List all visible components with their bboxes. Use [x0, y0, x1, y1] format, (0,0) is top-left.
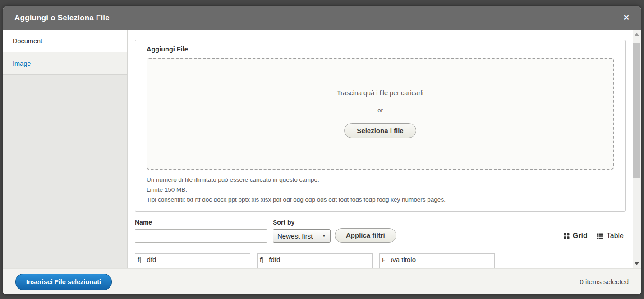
view-toggles: Grid Table [564, 232, 626, 243]
media-item-card[interactable]: Prova titolo [379, 253, 495, 268]
insert-selected-button[interactable]: Inserisci File selezionati [15, 274, 112, 290]
dropzone-instruction: Trascina quà i file per caricarli [337, 89, 423, 97]
table-list-icon [597, 233, 603, 239]
modal-title: Aggiungi o Seleziona File [14, 14, 110, 23]
sort-by-label: Sort by [273, 219, 331, 226]
table-view-toggle[interactable]: Table [597, 232, 624, 240]
media-item-card[interactable]: fdfffdfd [257, 253, 373, 268]
upload-field-label: Aggiungi File [147, 46, 614, 53]
scrollbar-thumb[interactable] [633, 43, 640, 178]
apply-filters-button[interactable]: Applica filtri [335, 228, 396, 243]
upload-field-container: Aggiungi File Trascina quà i file per ca… [135, 40, 626, 212]
vertical-scrollbar[interactable] [633, 30, 641, 268]
grid-icon [564, 233, 570, 239]
dropzone-or-text: or [377, 107, 383, 114]
close-icon[interactable]: ✕ [623, 14, 630, 22]
scroll-down-arrow-icon[interactable] [633, 260, 641, 267]
grid-view-toggle[interactable]: Grid [564, 232, 588, 240]
media-item-checkbox[interactable] [385, 257, 391, 263]
sort-by-select[interactable]: Newest first ▼ [273, 229, 331, 243]
name-filter-group: Name [135, 219, 267, 243]
table-toggle-label: Table [607, 232, 624, 240]
filters-row: Name Sort by Newest first ▼ Applica filt… [135, 219, 626, 243]
media-library-modal: Aggiungi o Seleziona File ✕ Document Ima… [3, 6, 641, 294]
file-dropzone[interactable]: Trascina quà i file per caricarli or Sel… [147, 58, 614, 170]
upload-help-text: Un numero di file illimitato può essere … [147, 175, 614, 205]
grid-toggle-label: Grid [573, 232, 588, 240]
modal-header: Aggiungi o Seleziona File ✕ [3, 6, 641, 30]
selection-status: 0 items selected [580, 278, 629, 285]
main-content: Aggiungi File Trascina quà i file per ca… [128, 30, 633, 268]
sidebar-item-image[interactable]: Image [3, 52, 127, 75]
sidebar-item-label: Image [13, 60, 31, 67]
help-line-limit: Limite 150 MB. [147, 185, 614, 195]
help-line-unlimited: Un numero di file illimitato può essere … [147, 175, 614, 185]
media-grid: fdffdfd fdfffdfd Prova titolo [135, 253, 626, 268]
select-files-button[interactable]: Seleziona i file [344, 123, 416, 138]
modal-footer: Inserisci File selezionati 0 items selec… [3, 268, 641, 294]
media-item-checkbox[interactable] [262, 257, 269, 263]
scroll-up-arrow-icon[interactable] [633, 31, 641, 38]
help-line-types: Tipi consentiti: txt rtf doc docx ppt pp… [147, 195, 614, 205]
sort-filter-group: Sort by Newest first ▼ [273, 219, 331, 243]
sort-by-selected-value: Newest first [277, 232, 313, 240]
sidebar-item-label: Document [13, 37, 42, 45]
modal-body: Document Image Aggiungi File Trascina qu… [3, 30, 641, 268]
name-filter-input[interactable] [135, 229, 267, 243]
media-item-card[interactable]: fdffdfd [135, 253, 250, 268]
name-filter-label: Name [135, 219, 267, 226]
sidebar-item-document[interactable]: Document [3, 30, 127, 52]
media-item-checkbox[interactable] [140, 257, 147, 263]
media-type-sidebar: Document Image [3, 30, 128, 268]
chevron-down-icon: ▼ [322, 234, 326, 238]
